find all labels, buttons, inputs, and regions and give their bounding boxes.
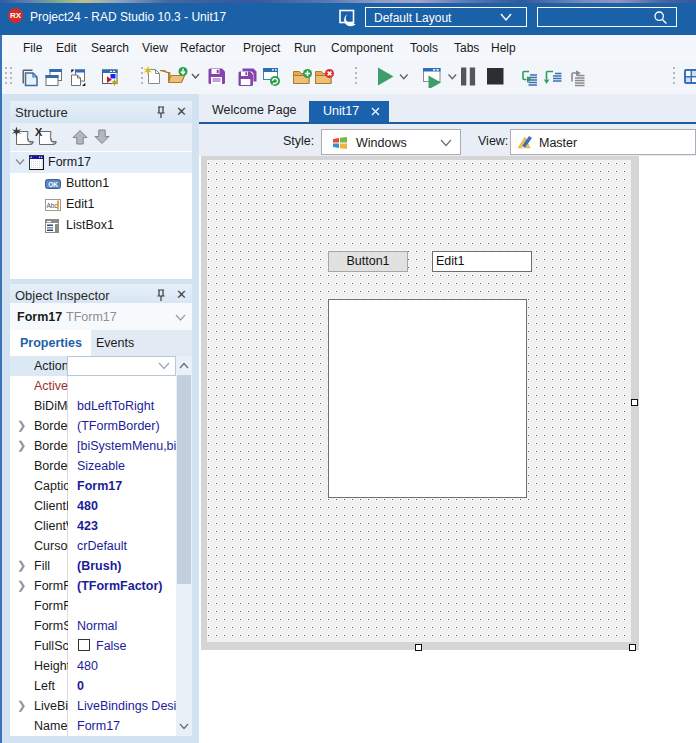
svg-text:OK: OK	[48, 181, 58, 188]
svg-text:Abc: Abc	[46, 202, 58, 209]
svg-text:X: X	[35, 126, 43, 138]
